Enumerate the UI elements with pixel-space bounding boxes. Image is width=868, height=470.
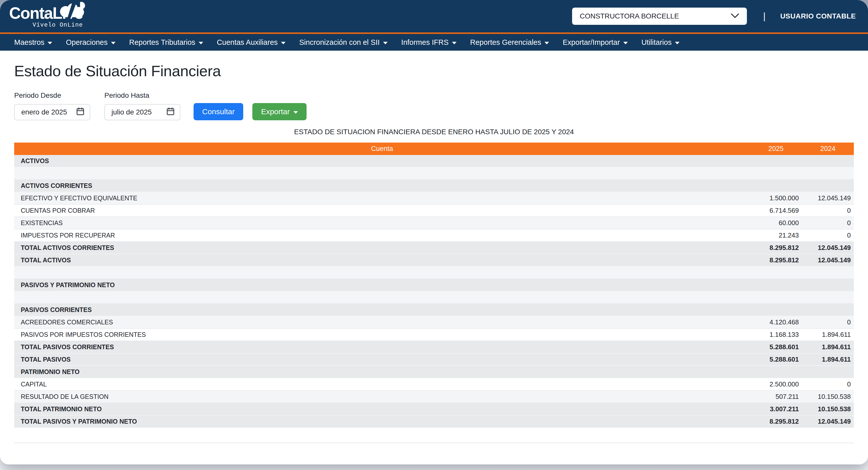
caret-down-icon xyxy=(281,42,285,44)
table-header-row: Cuenta 2025 2024 xyxy=(14,142,854,155)
row-value-2024: 12.045.149 xyxy=(802,244,854,252)
table-row: PASIVOS POR IMPUESTOS CORRIENTES 1.168.1… xyxy=(14,329,854,341)
cloud-icon xyxy=(57,0,89,20)
row-value-2025: 3.007.211 xyxy=(750,405,802,413)
row-label: PASIVOS CORRIENTES xyxy=(14,306,750,313)
company-selector-value: CONSTRUCTORA BORCELLE xyxy=(580,12,679,20)
filters-bar: Periodo Desde enero de 2025 Periodo Hast… xyxy=(14,92,854,120)
nav-item-operaciones[interactable]: Operaciones xyxy=(66,38,115,46)
user-label[interactable]: USUARIO CONTABLE xyxy=(780,12,856,20)
caret-down-icon xyxy=(545,42,549,44)
column-header-2025: 2025 xyxy=(750,145,802,153)
row-value-2025: 8.295.812 xyxy=(750,256,802,264)
table-row: RESULTADO DE LA GESTION 507.211 10.150.5… xyxy=(14,391,854,403)
calendar-icon[interactable] xyxy=(167,107,174,117)
table-row: TOTAL ACTIVOS CORRIENTES 8.295.812 12.04… xyxy=(14,242,854,254)
row-label: ACTIVOS CORRIENTES xyxy=(14,182,750,190)
table-row: ACTIVOS xyxy=(14,155,854,167)
row-value-2025: 507.211 xyxy=(750,393,802,401)
table-row: ACREEDORES COMERCIALES 4.120.468 0 xyxy=(14,316,854,329)
consultar-button[interactable]: Consultar xyxy=(193,103,243,120)
caret-down-icon xyxy=(623,42,628,44)
row-value-2025: 4.120.468 xyxy=(750,318,802,326)
table-row: PATRIMONIO NETO xyxy=(14,366,854,378)
row-value-2025: 21.243 xyxy=(750,231,802,239)
row-value-2024: 1.894.611 xyxy=(802,356,854,363)
table-row: TOTAL ACTIVOS 8.295.812 12.045.149 xyxy=(14,254,854,267)
table-row: PASIVOS Y PATRIMONIO NETO xyxy=(14,279,854,292)
row-value-2024: 1.894.611 xyxy=(802,331,854,339)
header-divider: | xyxy=(763,11,765,22)
row-label: EFECTIVO Y EFECTIVO EQUIVALENTE xyxy=(14,195,750,202)
caret-down-icon xyxy=(198,42,203,44)
caret-down-icon xyxy=(111,42,116,44)
table-row: EXISTENCIAS 60.000 0 xyxy=(14,217,854,229)
period-to-label: Periodo Hasta xyxy=(104,92,180,100)
row-value-2024: 0 xyxy=(802,380,854,388)
period-to-value: julio de 2025 xyxy=(112,108,152,116)
brand-logo[interactable]: ContaLive Vívelo OnLine xyxy=(9,5,83,28)
nav-item-informes-ifrs[interactable]: Informes IFRS xyxy=(401,38,457,46)
row-value-2025: 8.295.812 xyxy=(750,417,802,426)
table-body: ACTIVOS ACTIVOS CORRIENTES EFECTIVO Y EF… xyxy=(14,155,854,428)
brand-tagline: Vívelo OnLine xyxy=(9,22,83,28)
table-row: CAPITAL 2.500.000 0 xyxy=(14,378,854,391)
header-right: CONSTRUCTORA BORCELLE | USUARIO CONTABLE xyxy=(572,8,856,25)
main-nav: Maestros Operaciones Reportes Tributario… xyxy=(0,34,868,51)
nav-item-maestros[interactable]: Maestros xyxy=(14,38,52,46)
table-row xyxy=(14,267,854,279)
row-value-2025: 2.500.000 xyxy=(750,380,802,388)
table-row: TOTAL PASIVOS 5.288.601 1.894.611 xyxy=(14,354,854,366)
row-label: RESULTADO DE LA GESTION xyxy=(14,393,750,400)
period-to-input[interactable]: julio de 2025 xyxy=(104,104,180,120)
page-title: Estado de Situación Financiera xyxy=(14,62,854,80)
caret-down-icon xyxy=(48,42,52,44)
row-value-2024: 1.894.611 xyxy=(802,343,854,351)
nav-item-cuentas-auxiliares[interactable]: Cuentas Auxiliares xyxy=(217,38,285,46)
period-from-input[interactable]: enero de 2025 xyxy=(14,104,90,120)
row-value-2025: 60.000 xyxy=(750,219,802,227)
caret-down-icon xyxy=(383,42,388,44)
nav-item-sincronizacion-sii[interactable]: Sincronización con el SII xyxy=(299,38,388,46)
caret-down-icon xyxy=(452,42,457,44)
row-label: EXISTENCIAS xyxy=(14,219,750,227)
row-label: IMPUESTOS POR RECUPERAR xyxy=(14,232,750,239)
table-row: ACTIVOS CORRIENTES xyxy=(14,180,854,192)
row-label: TOTAL PASIVOS xyxy=(14,356,750,363)
row-label: TOTAL ACTIVOS xyxy=(14,257,750,264)
company-selector[interactable]: CONSTRUCTORA BORCELLE xyxy=(572,8,747,25)
row-value-2025: 6.714.569 xyxy=(750,207,802,214)
period-to-field: Periodo Hasta julio de 2025 xyxy=(104,92,180,120)
calendar-icon[interactable] xyxy=(76,107,84,117)
row-label: PATRIMONIO NETO xyxy=(14,368,750,375)
row-value-2024: 10.150.538 xyxy=(802,393,854,401)
row-value-2024: 0 xyxy=(802,219,854,227)
row-value-2024: 10.150.538 xyxy=(802,405,854,413)
exportar-button[interactable]: Exportar xyxy=(252,103,306,120)
table-row: TOTAL PATRIMONIO NETO 3.007.211 10.150.5… xyxy=(14,403,854,415)
period-from-label: Periodo Desde xyxy=(14,92,90,100)
nav-item-reportes-tributarios[interactable]: Reportes Tributarios xyxy=(129,38,203,46)
nav-item-exportar-importar[interactable]: Exportar/Importar xyxy=(563,38,628,46)
row-label: PASIVOS POR IMPUESTOS CORRIENTES xyxy=(14,331,750,338)
table-row xyxy=(14,292,854,304)
nav-item-reportes-gerenciales[interactable]: Reportes Gerenciales xyxy=(470,38,549,46)
caret-down-icon xyxy=(675,42,680,44)
table-row: IMPUESTOS POR RECUPERAR 21.243 0 xyxy=(14,229,854,242)
row-label: TOTAL ACTIVOS CORRIENTES xyxy=(14,244,750,251)
app-card: ContaLive Vívelo OnLine CONSTRUCTORA BOR… xyxy=(0,0,868,464)
row-value-2024: 0 xyxy=(802,318,854,326)
row-label: TOTAL PASIVOS Y PATRIMONIO NETO xyxy=(14,418,750,425)
bottom-divider xyxy=(14,443,854,443)
table-row: TOTAL PASIVOS Y PATRIMONIO NETO 8.295.81… xyxy=(14,415,854,428)
row-value-2024: 0 xyxy=(802,207,854,214)
nav-item-utilitarios[interactable]: Utilitarios xyxy=(642,38,680,46)
chevron-down-icon xyxy=(731,12,739,20)
row-value-2024: 12.045.149 xyxy=(802,194,854,202)
row-value-2024: 0 xyxy=(802,231,854,239)
top-header: ContaLive Vívelo OnLine CONSTRUCTORA BOR… xyxy=(0,0,868,32)
table-row: CUENTAS POR COBRAR 6.714.569 0 xyxy=(14,205,854,217)
report-title: ESTADO DE SITUACION FINANCIERA DESDE ENE… xyxy=(14,128,854,136)
row-value-2025: 5.288.601 xyxy=(750,356,802,363)
main-content: Estado de Situación Financiera Periodo D… xyxy=(0,62,868,443)
